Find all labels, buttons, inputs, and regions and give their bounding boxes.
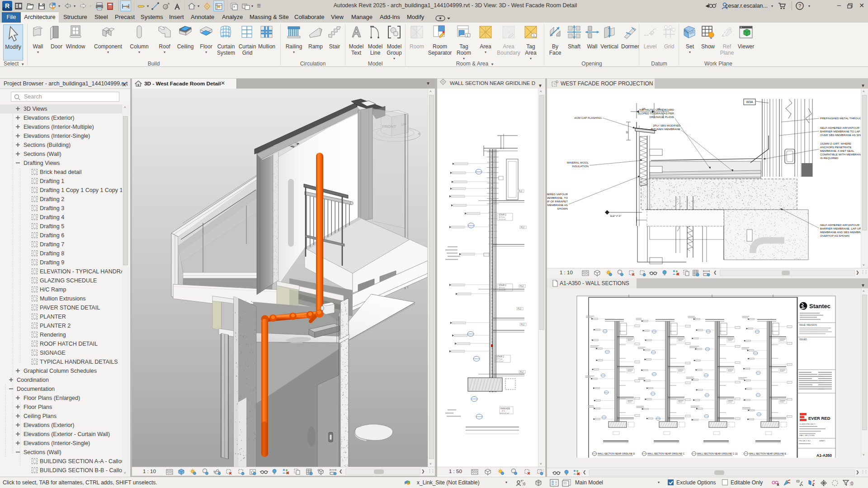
- svg-text:BARRIER MEMBRANE TO LAP: BARRIER MEMBRANE TO LAP: [820, 130, 860, 133]
- svg-text:SHOWN: SHOWN: [557, 207, 568, 210]
- svg-text:DRAINAGE PLANS: DRAINAGE PLANS: [650, 115, 674, 118]
- svg-text:PL2: PL2: [518, 308, 522, 310]
- svg-text:WALL SECTION NEAR GRIDLINE C (: WALL SECTION NEAR GRIDLINE C (2): [697, 452, 738, 455]
- svg-text:LAP OVER TOP OF PARAPET: LAP OVER TOP OF PARAPET: [547, 200, 568, 203]
- svg-text:OVER SBS MEMBRANE AS SHOWN: OVER SBS MEMBRANE AS SHOWN: [820, 133, 861, 136]
- svg-text::0: :0: [849, 481, 854, 486]
- svg-text:ISSUE / REVISION: ISSUE / REVISION: [799, 324, 817, 326]
- svg-text:R: R: [5, 2, 9, 9]
- svg-text:CLIENT/PROJECT: CLIENT/PROJECT: [799, 423, 816, 425]
- svg-text:PL2: PL2: [519, 190, 523, 192]
- svg-text:1: 1: [467, 34, 468, 37]
- svg-text:20.55 m²: 20.55 m²: [499, 289, 506, 291]
- svg-text:ASPHALTIC CORE BOARD: ASPHALTIC CORE BOARD: [639, 108, 675, 111]
- svg-text:WALL SECTION NEAR GRIDLINE D: WALL SECTION NEAR GRIDLINE D: [598, 452, 635, 455]
- svg-text:BARRIER MEMBRANE, TO: BARRIER MEMBRANE, TO: [547, 196, 568, 199]
- svg-text:MEMBRANE, A WET SEAL: MEMBRANE, A WET SEAL: [820, 149, 854, 152]
- svg-text:SLOPED TO DRAIN AS PER: SLOPED TO DRAIN AS PER: [638, 112, 675, 115]
- svg-text:WALL SECTION NEAR GRIDLINE E: WALL SECTION NEAR GRIDLINE E: [749, 452, 787, 455]
- svg-text:WALL SECTIONS: WALL SECTIONS: [799, 434, 815, 436]
- svg-text:PL2: PL2: [520, 285, 524, 287]
- svg-text:W3A: W3A: [746, 100, 753, 103]
- svg-text:MEMBRANE AND SBS MEMBRANE: MEMBRANE AND SBS MEMBRANE: [820, 230, 861, 234]
- svg-text:SELF-ADHERED AIR/VAPOUR: SELF-ADHERED AIR/VAPOUR: [820, 223, 859, 226]
- svg-text:BITUMEN MEMBRANE: BITUMEN MEMBRANE: [651, 127, 680, 131]
- svg-text:WALL SECTION NEAR GRIDLINE C: WALL SECTION NEAR GRIDLINE C: [647, 452, 685, 455]
- svg-text:SHEET: SHEET: [819, 440, 826, 442]
- svg-text:20.55 m²: 20.55 m²: [496, 360, 504, 362]
- svg-text:INSULATION: INSULATION: [572, 164, 589, 168]
- svg-text:MINERAL WOOL: MINERAL WOOL: [567, 161, 589, 164]
- svg-text:COMPATIBLE WITH MEMBRANE: COMPATIBLE WITH MEMBRANE: [820, 153, 861, 156]
- svg-text:4025.47 m²: 4025.47 m²: [500, 412, 509, 414]
- svg-text:ACM CAP FLASHING: ACM CAP FLASHING: [574, 116, 602, 119]
- svg-text:20.55 m²: 20.55 m²: [499, 218, 506, 221]
- svg-text:OVERTOP AS SHOWN: OVERTOP AS SHOWN: [820, 234, 849, 237]
- svg-text:AND SBS MEMBRANE AS: AND SBS MEMBRANE AS: [547, 203, 568, 206]
- svg-text:Stantec: Stantec: [809, 303, 830, 310]
- svg-text::0: :0: [522, 482, 525, 486]
- svg-text:A1-A350: A1-A350: [816, 453, 832, 458]
- svg-text:55: 55: [626, 131, 628, 134]
- svg-text:152MM Z-GIRT, WHERE: 152MM Z-GIRT, WHERE: [820, 142, 851, 145]
- svg-text:BARRIER MEMBRANE, LAP UPPER: BARRIER MEMBRANE, LAP UPPER: [820, 227, 861, 230]
- svg-text:ISSUED: ISSUED: [799, 338, 807, 341]
- svg-text:PREFINISHED METAL THROUGH-WA: PREFINISHED METAL THROUGH-WA: [820, 117, 861, 120]
- svg-text:EVER RED: EVER RED: [808, 416, 830, 421]
- svg-text:ANCHORS PENETRATE: ANCHORS PENETRATE: [820, 145, 851, 149]
- svg-text:?: ?: [798, 3, 801, 9]
- svg-text:IS REQUIRED: IS REQUIRED: [820, 156, 839, 160]
- svg-text:SELF-ADHERED AIR/VAPOUR: SELF-ADHERED AIR/VAPOUR: [820, 126, 859, 129]
- svg-text:PL2: PL2: [520, 371, 524, 373]
- svg-text:1: 1: [533, 34, 535, 37]
- svg-text:2PLY SBS MODIFIED: 2PLY SBS MODIFIED: [653, 124, 680, 127]
- svg-text:SELF-ADHERED VAPOUR: SELF-ADHERED VAPOUR: [547, 192, 568, 196]
- svg-text:ELE* ±* A*: ELE* ±* A*: [610, 215, 621, 217]
- svg-text:PROJECT NO.: PROJECT NO.: [799, 440, 811, 442]
- svg-text:PL2: PL2: [521, 324, 525, 326]
- svg-text:PL2: PL2: [521, 226, 525, 229]
